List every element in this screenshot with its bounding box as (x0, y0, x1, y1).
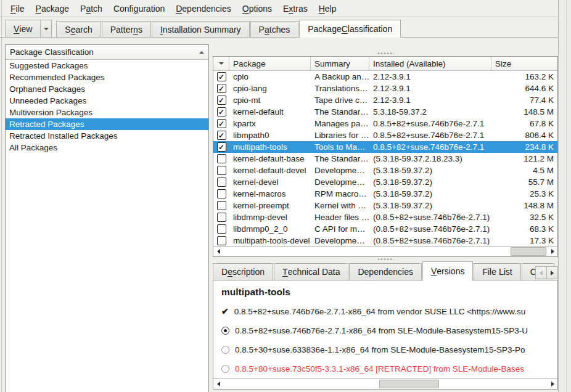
column-header-status[interactable] (213, 57, 229, 70)
menu-configuration[interactable]: Configuration (108, 1, 170, 16)
cell-package: kernel-preempt (229, 201, 311, 210)
scrollbar-thumb[interactable] (511, 247, 546, 256)
sidebar-item-multiversion-packages[interactable]: Multiversion Packages (6, 107, 208, 118)
tab-scroll-left-button[interactable] (535, 266, 547, 279)
version-entry[interactable]: 0.8.5+30+suse.633836e-1.1-x86_64 from SL… (221, 344, 557, 355)
menu-options[interactable]: Options (237, 1, 277, 16)
scroll-left-button[interactable] (213, 247, 223, 256)
cell-package: kernel-default (229, 107, 311, 116)
table-row[interactable]: kernel-default-develDevelopme…(5.3.18-59… (213, 165, 557, 176)
table-row[interactable]: ✓kpartxManages pa…0.8.5+82+suse.746b76e-… (213, 118, 557, 129)
sidebar-item-unneeded-packages[interactable]: Unneeded Packages (6, 95, 208, 107)
table-row[interactable]: ✓libmpath0Libraries for …0.8.5+82+suse.7… (213, 129, 557, 141)
cell-summary: C API for m… (311, 224, 369, 234)
classification-panel: Package Classification Suggested Package… (5, 44, 209, 392)
column-header-summary[interactable]: Summary (311, 57, 369, 70)
detail-tab-versions[interactable]: Versions (422, 261, 473, 280)
column-header-installed-available[interactable]: Installed (Available) (369, 57, 491, 70)
sidebar-item-all-packages[interactable]: All Packages (6, 142, 208, 153)
package-checkbox[interactable]: ✓ (217, 96, 226, 105)
table-row[interactable]: kernel-develDevelopme…(5.3.18-59.37.2)55… (213, 176, 557, 188)
table-row[interactable]: kernel-preemptKernel with …(5.3.18-59.37… (213, 200, 557, 211)
package-checkbox[interactable] (217, 178, 226, 187)
scroll-left-button[interactable] (213, 379, 223, 388)
cell-installed: (5.3.18-59.37.2.18.23.3) (369, 154, 491, 163)
menu-package[interactable]: Package (30, 1, 75, 16)
tab-installation-summary[interactable]: Installation Summary (152, 21, 250, 37)
table-row[interactable]: ✓multipath-toolsTools to Ma…0.8.5+82+sus… (213, 141, 557, 153)
menu-extras[interactable]: Extras (277, 1, 313, 16)
package-checkbox[interactable]: ✓ (217, 131, 226, 140)
version-radio[interactable] (221, 327, 229, 335)
version-entry[interactable]: ✔0.8.5+82+suse.746b76e-2.7.1-x86_64 from… (221, 306, 557, 317)
tab-patches[interactable]: Patches (250, 21, 299, 37)
tab-scroll-right-button[interactable] (547, 266, 558, 279)
table-row[interactable]: libdmmp-develHeader files …(0.8.5+82+sus… (213, 211, 557, 223)
view-dropdown-arrow-icon[interactable] (40, 20, 51, 37)
tab-package-classification[interactable]: Package Classification (299, 20, 401, 38)
sidebar-item-suggested-packages[interactable]: Suggested Packages (6, 60, 208, 71)
column-header-package[interactable]: Package (229, 57, 311, 70)
table-row[interactable]: ✓kernel-defaultThe Standar…5.3.18-59.37.… (213, 106, 557, 118)
cell-package: kernel-devel (229, 178, 311, 187)
table-row[interactable]: kernel-macrosRPM macro…(5.3.18-59.37.2)2… (213, 188, 557, 200)
detail-tab-dependencies[interactable]: Dependencies (349, 263, 422, 280)
menu-dependencies[interactable]: Dependencies (170, 1, 237, 16)
version-radio[interactable] (221, 346, 229, 354)
cell-installed: 0.8.5+82+suse.746b76e-2.7.1 (369, 119, 491, 128)
cell-summary: Developme… (311, 178, 369, 187)
cell-package: kernel-default-devel (229, 166, 311, 175)
menu-file[interactable]: File (5, 1, 30, 16)
package-checkbox[interactable] (217, 201, 226, 210)
table-row[interactable]: multipath-tools-develDevelopme…(0.8.5+82… (213, 235, 557, 246)
package-checkbox[interactable]: ✓ (217, 72, 226, 81)
menu-help[interactable]: Help (313, 1, 342, 16)
cell-package: kernel-macros (229, 189, 311, 198)
tab-search[interactable]: Search (56, 21, 101, 37)
package-checkbox[interactable]: ✓ (217, 107, 226, 116)
package-checkbox[interactable]: ✓ (217, 119, 226, 128)
menu-patch[interactable]: Patch (75, 1, 108, 16)
table-row[interactable]: ✓cpio-langTranslations…2.12-3.9.1644.6 K (213, 83, 557, 94)
table-row[interactable]: ✓cpioA Backup an…2.12-3.9.1163.2 K (213, 71, 557, 83)
package-checkbox[interactable]: ✓ (217, 84, 226, 93)
version-entry[interactable]: 0.8.5+82+suse.746b76e-2.7.1-x86_64 from … (221, 325, 557, 336)
sidebar-item-retracted-installed-packages[interactable]: Retracted Installed Packages (6, 130, 208, 142)
package-checkbox[interactable] (217, 236, 226, 245)
detail-tab-file-list[interactable]: File List (474, 263, 520, 280)
package-checkbox[interactable] (217, 213, 226, 222)
table-row[interactable]: kernel-default-baseThe Standar…(5.3.18-5… (213, 153, 557, 165)
sidebar-item-orphaned-packages[interactable]: Orphaned Packages (6, 83, 208, 95)
scroll-right-button[interactable] (548, 247, 557, 256)
cell-package: multipath-tools-devel (229, 236, 311, 245)
splitter-handle-middle[interactable] (377, 258, 394, 260)
window-right-scrollbar-strip[interactable] (558, 0, 571, 392)
cell-size: 644.6 K (491, 84, 557, 93)
classification-header-label: Package Classification (10, 47, 94, 57)
scroll-right-button[interactable] (548, 379, 557, 388)
view-menu-button[interactable]: View (5, 20, 52, 37)
table-row[interactable]: ✓cpio-mtTape drive c…2.12-3.9.177.4 K (213, 94, 557, 106)
classification-header[interactable]: Package Classification (6, 45, 208, 60)
scrollbar-thumb[interactable] (379, 380, 439, 388)
package-checkbox[interactable] (217, 166, 226, 175)
package-checkbox[interactable]: ✓ (217, 142, 226, 152)
splitter-handle-top[interactable] (377, 52, 394, 54)
table-row[interactable]: libdmmp0_2_0C API for m…(0.8.5+82+suse.7… (213, 223, 557, 235)
package-checkbox[interactable] (217, 224, 226, 234)
window-left-edge (1, 0, 2, 392)
sidebar-item-retracted-packages[interactable]: Retracted Packages (6, 118, 208, 130)
cell-package: cpio-lang (229, 84, 311, 93)
cell-package: kpartx (229, 119, 311, 128)
package-checkbox[interactable] (217, 189, 226, 198)
detail-tab-bar: DescriptionTechnical DataDependenciesVer… (213, 261, 558, 280)
version-radio[interactable] (221, 365, 229, 373)
detail-tab-technical-data[interactable]: Technical Data (274, 263, 348, 280)
versions-panel: multipath-tools ✔0.8.5+82+suse.746b76e-2… (213, 280, 558, 390)
detail-tab-description[interactable]: Description (213, 263, 273, 280)
sidebar-item-recommended-packages[interactable]: Recommended Packages (6, 71, 208, 83)
column-header-size[interactable]: Size (491, 57, 557, 70)
tab-patterns[interactable]: Patterns (102, 21, 151, 37)
package-checkbox[interactable] (217, 154, 226, 163)
version-entry[interactable]: 0.8.5+80+suse.73c50f5-3.3.1-x86_64 [RETR… (221, 363, 557, 374)
